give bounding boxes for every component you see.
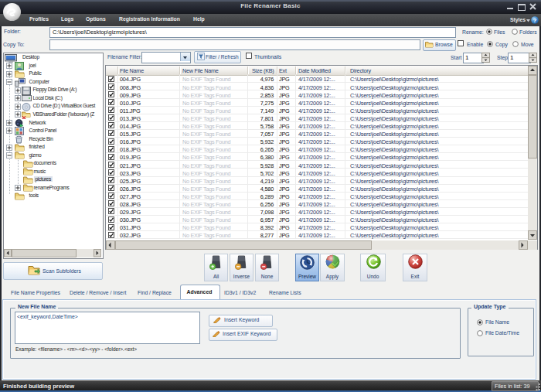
svg-text:?: ? (533, 17, 537, 24)
